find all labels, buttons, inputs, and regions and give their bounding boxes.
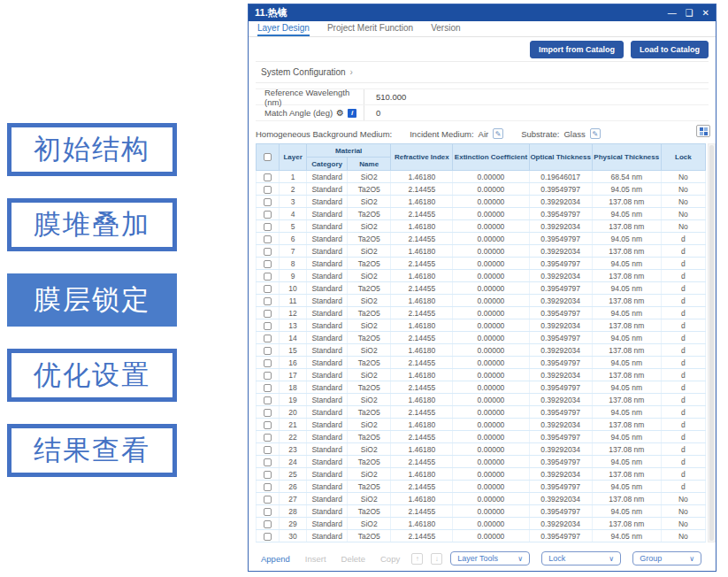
cell-refractive-index[interactable]: 1.46180 — [391, 171, 453, 183]
cell-lock[interactable]: d — [661, 319, 705, 332]
move-down-button[interactable]: ↓ — [431, 553, 442, 565]
append-button[interactable]: Append — [257, 554, 294, 564]
row-checkbox[interactable] — [264, 186, 272, 194]
cell-extinction-coefficient[interactable]: 0.00000 — [453, 233, 529, 245]
cell-lock[interactable]: d — [661, 443, 705, 456]
cell-optical-thickness[interactable]: 0.39549797 — [529, 431, 592, 443]
row-checkbox[interactable] — [264, 483, 272, 491]
cell-optical-thickness[interactable]: 0.39292034 — [529, 468, 592, 481]
cell-refractive-index[interactable]: 2.14455 — [391, 530, 453, 542]
cell-category[interactable]: Standard — [307, 456, 348, 468]
cell-lock[interactable]: No — [661, 505, 705, 518]
delete-button[interactable]: Delete — [338, 554, 369, 564]
cell-extinction-coefficient[interactable]: 0.00000 — [453, 369, 529, 381]
cell-extinction-coefficient[interactable]: 0.00000 — [453, 295, 529, 307]
cell-physical-thickness[interactable]: 94.05 nm — [592, 332, 661, 344]
row-checkbox[interactable] — [264, 211, 272, 219]
row-checkbox[interactable] — [264, 335, 272, 342]
cell-layer[interactable]: 7 — [280, 245, 307, 258]
row-checkbox[interactable] — [264, 471, 272, 479]
cell-name[interactable]: Ta2O5 — [348, 183, 391, 196]
cell-layer[interactable]: 26 — [280, 481, 307, 493]
cell-name[interactable]: Ta2O5 — [348, 431, 391, 443]
cell-optical-thickness[interactable]: 0.39292034 — [529, 344, 592, 357]
cell-name[interactable]: SiO2 — [348, 468, 391, 481]
cell-layer[interactable]: 27 — [280, 493, 307, 505]
cell-lock[interactable]: No — [661, 530, 705, 542]
cell-layer[interactable]: 3 — [280, 196, 307, 208]
cell-extinction-coefficient[interactable]: 0.00000 — [453, 394, 529, 406]
cell-layer[interactable]: 15 — [280, 344, 307, 357]
cell-name[interactable]: Ta2O5 — [348, 456, 391, 468]
cell-extinction-coefficient[interactable]: 0.00000 — [453, 245, 529, 258]
cell-refractive-index[interactable]: 1.46180 — [391, 245, 453, 258]
cell-refractive-index[interactable]: 1.46180 — [391, 419, 453, 431]
row-checkbox[interactable] — [264, 520, 272, 528]
cell-layer[interactable]: 16 — [280, 357, 307, 369]
cell-physical-thickness[interactable]: 68.54 nm — [592, 171, 661, 183]
cell-lock[interactable]: d — [661, 282, 705, 295]
cell-name[interactable]: SiO2 — [348, 344, 391, 357]
cell-extinction-coefficient[interactable]: 0.00000 — [453, 505, 529, 518]
cell-layer[interactable]: 20 — [280, 406, 307, 419]
table-row[interactable]: 26StandardTa2O52.144550.000000.395497979… — [257, 481, 706, 493]
cell-physical-thickness[interactable]: 137.08 nm — [592, 394, 661, 406]
cell-physical-thickness[interactable]: 94.05 nm — [592, 431, 661, 443]
cell-physical-thickness[interactable]: 94.05 nm — [592, 307, 661, 319]
cell-name[interactable]: SiO2 — [348, 220, 391, 233]
cell-lock[interactable]: d — [661, 431, 705, 443]
cell-physical-thickness[interactable]: 94.05 nm — [592, 258, 661, 270]
cell-optical-thickness[interactable]: 0.39549797 — [529, 357, 592, 369]
cell-layer[interactable]: 10 — [280, 282, 307, 295]
cell-layer[interactable]: 11 — [280, 295, 307, 307]
cell-refractive-index[interactable]: 2.14455 — [391, 431, 453, 443]
cell-name[interactable]: Ta2O5 — [348, 381, 391, 394]
cell-extinction-coefficient[interactable]: 0.00000 — [453, 282, 529, 295]
cell-extinction-coefficient[interactable]: 0.00000 — [453, 208, 529, 220]
cell-optical-thickness[interactable]: 0.39549797 — [529, 406, 592, 419]
cell-category[interactable]: Standard — [307, 282, 348, 295]
cell-refractive-index[interactable]: 1.46180 — [391, 369, 453, 381]
row-checkbox[interactable] — [264, 372, 272, 380]
cell-physical-thickness[interactable]: 94.05 nm — [592, 183, 661, 196]
cell-physical-thickness[interactable]: 94.05 nm — [592, 530, 661, 542]
cell-extinction-coefficient[interactable]: 0.00000 — [453, 171, 529, 183]
cell-extinction-coefficient[interactable]: 0.00000 — [453, 270, 529, 282]
row-checkbox[interactable] — [264, 173, 272, 181]
cell-extinction-coefficient[interactable]: 0.00000 — [453, 357, 529, 369]
cell-name[interactable]: Ta2O5 — [348, 505, 391, 518]
cell-lock[interactable]: d — [661, 295, 705, 307]
cell-physical-thickness[interactable]: 94.05 nm — [592, 481, 661, 493]
minimize-button[interactable]: — — [668, 9, 677, 18]
cell-lock[interactable]: d — [661, 332, 705, 344]
table-row[interactable]: 23StandardSiO21.461800.000000.3929203413… — [257, 443, 706, 456]
cell-physical-thickness[interactable]: 137.08 nm — [592, 319, 661, 332]
table-row[interactable]: 10StandardTa2O52.144550.000000.395497979… — [257, 282, 706, 295]
cell-layer[interactable]: 22 — [280, 431, 307, 443]
cell-physical-thickness[interactable]: 94.05 nm — [592, 208, 661, 220]
table-row[interactable]: 17StandardSiO21.461800.000000.3929203413… — [257, 369, 706, 381]
row-checkbox[interactable] — [264, 533, 272, 541]
cell-layer[interactable]: 18 — [280, 381, 307, 394]
cell-optical-thickness[interactable]: 0.39549797 — [529, 456, 592, 468]
cell-category[interactable]: Standard — [307, 344, 348, 357]
table-row[interactable]: 8StandardTa2O52.144550.000000.3954979794… — [257, 258, 706, 270]
cell-physical-thickness[interactable]: 137.08 nm — [592, 369, 661, 381]
cell-name[interactable]: Ta2O5 — [348, 530, 391, 542]
cell-refractive-index[interactable]: 1.46180 — [391, 220, 453, 233]
cell-layer[interactable]: 23 — [280, 443, 307, 456]
cell-refractive-index[interactable]: 1.46180 — [391, 196, 453, 208]
table-row[interactable]: 28StandardTa2O52.144550.000000.395497979… — [257, 505, 706, 518]
cell-physical-thickness[interactable]: 137.08 nm — [592, 196, 661, 208]
cell-layer[interactable]: 1 — [280, 171, 307, 183]
cell-category[interactable]: Standard — [307, 468, 348, 481]
cell-category[interactable]: Standard — [307, 443, 348, 456]
cell-refractive-index[interactable]: 1.46180 — [391, 344, 453, 357]
cell-category[interactable]: Standard — [307, 357, 348, 369]
cell-category[interactable]: Standard — [307, 406, 348, 419]
cell-physical-thickness[interactable]: 94.05 nm — [592, 233, 661, 245]
match-angle-input[interactable]: 0 — [364, 105, 709, 120]
cell-refractive-index[interactable]: 2.14455 — [391, 505, 453, 518]
cell-extinction-coefficient[interactable]: 0.00000 — [453, 493, 529, 505]
cell-extinction-coefficient[interactable]: 0.00000 — [453, 183, 529, 196]
